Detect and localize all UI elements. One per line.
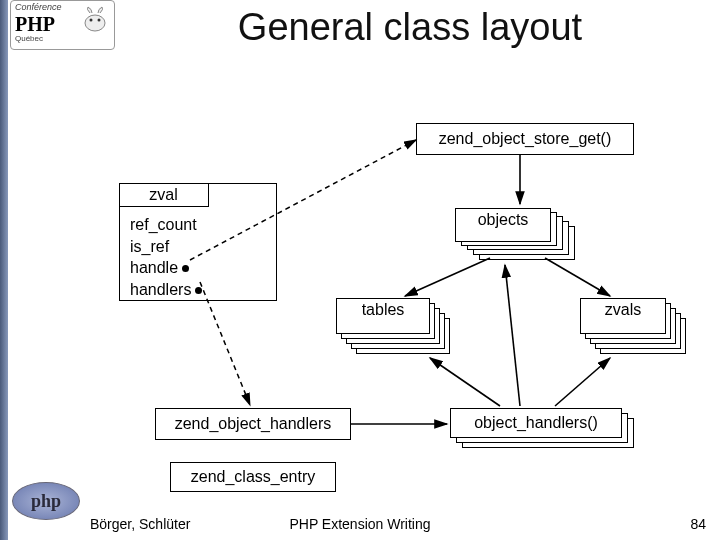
svg-point-0 — [85, 15, 105, 31]
elephant-cartoon-icon — [80, 5, 110, 35]
label: objects — [478, 211, 529, 229]
diagram-arrows — [0, 0, 720, 540]
conference-logo: Conférence PHP Québec — [10, 0, 115, 50]
box-zend-object-handlers: zend_object_handlers — [155, 408, 351, 440]
stack-tables: tables — [336, 298, 454, 354]
svg-line-11 — [555, 358, 610, 406]
php-logo-icon: php — [12, 482, 80, 520]
footer-title: PHP Extension Writing — [0, 516, 720, 532]
stack-object-handlers-fn: object_handlers() — [450, 408, 640, 452]
zval-field-handlers: handlers — [130, 279, 202, 301]
box-zval: zval ref_count is_ref handle handlers — [119, 183, 277, 301]
stack-objects: objects — [455, 208, 575, 260]
svg-line-10 — [505, 265, 520, 406]
box-zend-object-store-get: zend_object_store_get() — [416, 123, 634, 155]
box-zend-class-entry: zend_class_entry — [170, 462, 336, 492]
label: zend_object_store_get() — [439, 130, 612, 148]
zval-field-isref: is_ref — [130, 236, 202, 258]
connector-dot-icon — [195, 287, 202, 294]
connector-dot-icon — [182, 265, 189, 272]
left-accent-bar — [0, 0, 8, 540]
slide-title: General class layout — [120, 6, 700, 49]
svg-point-1 — [90, 19, 93, 22]
zval-field-handle: handle — [130, 257, 202, 279]
stack-zvals: zvals — [580, 298, 690, 354]
svg-point-2 — [98, 19, 101, 22]
svg-line-6 — [405, 258, 490, 296]
zval-fields: ref_count is_ref handle handlers — [120, 206, 212, 308]
footer-page-number: 84 — [690, 516, 706, 532]
zval-field-refcount: ref_count — [130, 214, 202, 236]
label: tables — [362, 301, 405, 319]
zval-title: zval — [119, 183, 209, 207]
svg-line-9 — [430, 358, 500, 406]
svg-line-7 — [545, 258, 610, 296]
logo-sub: Québec — [15, 35, 110, 44]
label: object_handlers() — [474, 414, 598, 432]
label: zend_class_entry — [191, 468, 316, 486]
label: zvals — [605, 301, 641, 319]
label: zend_object_handlers — [175, 415, 332, 433]
